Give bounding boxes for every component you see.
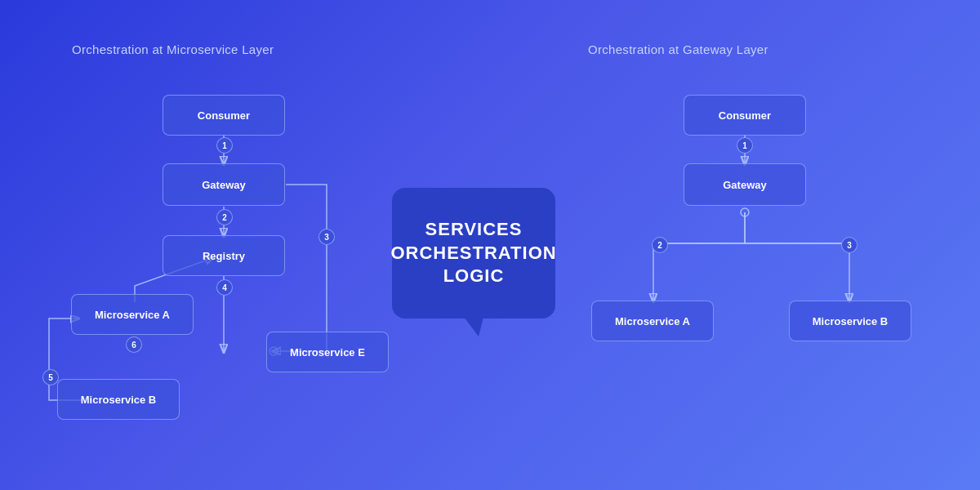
right-gateway-node: Gateway [684, 163, 806, 206]
badge-1-left: 1 [216, 137, 233, 154]
right-consumer-node: Consumer [684, 95, 806, 136]
left-registry-node: Registry [163, 235, 285, 276]
left-consumer-node: Consumer [163, 95, 285, 136]
left-microservice-e-node: Microservice E [266, 332, 389, 372]
badge-3-left: 3 [318, 229, 335, 245]
badge-5-left: 5 [42, 369, 59, 385]
right-section-title: Orchestration at Gateway Layer [588, 42, 768, 56]
left-section-title: Orchestration at Microservice Layer [72, 42, 274, 56]
badge-1-right: 1 [737, 137, 753, 154]
badge-2-left: 2 [216, 209, 233, 225]
badge-3-right: 3 [841, 237, 858, 253]
badge-2-right: 2 [652, 237, 668, 253]
services-orchestration-label: SERVICES ORCHESTRATION LOGIC [392, 188, 555, 318]
right-microservice-a-node: Microservice A [591, 301, 714, 341]
left-microservice-a-node: Microservice A [71, 294, 194, 335]
diagram-canvas: Orchestration at Microservice Layer Orch… [0, 0, 980, 490]
left-microservice-b-node: Microservice B [57, 379, 180, 420]
svg-point-5 [741, 208, 749, 216]
left-gateway-node: Gateway [163, 163, 285, 206]
badge-4-left: 4 [216, 279, 233, 296]
right-microservice-b-node: Microservice B [789, 301, 911, 341]
badge-6-left: 6 [126, 336, 142, 353]
